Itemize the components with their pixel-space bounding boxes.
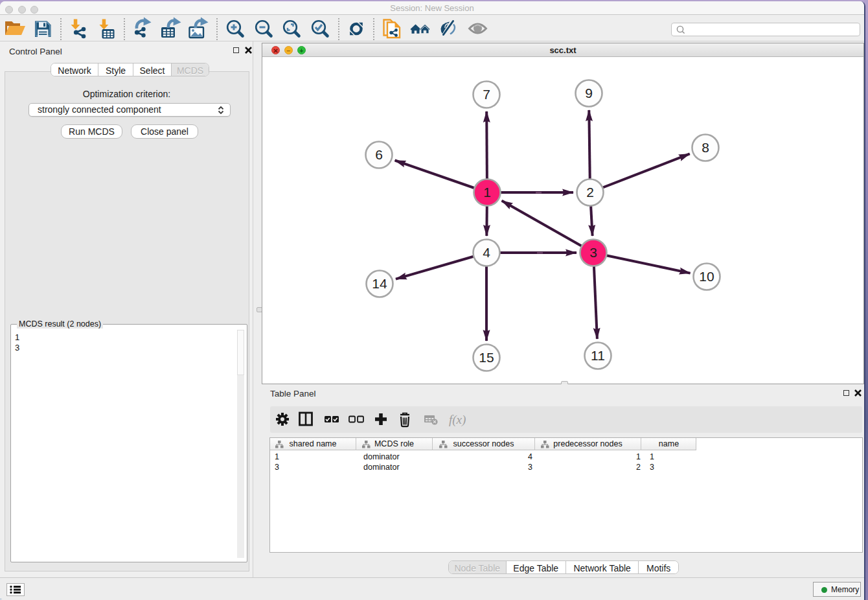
svg-text:7: 7 (483, 87, 490, 102)
svg-text:f(x): f(x) (449, 413, 466, 427)
svg-text:10: 10 (699, 269, 714, 284)
svg-text:14: 14 (372, 276, 387, 291)
svg-text:3: 3 (589, 245, 597, 260)
svg-text:9: 9 (585, 86, 593, 100)
svg-text:15: 15 (479, 350, 494, 365)
svg-text:8: 8 (702, 140, 709, 155)
svg-text:11: 11 (591, 348, 605, 363)
svg-text:4: 4 (483, 245, 490, 260)
svg-text:2: 2 (586, 185, 594, 200)
svg-text:6: 6 (375, 147, 383, 162)
svg-text:1: 1 (483, 185, 491, 200)
